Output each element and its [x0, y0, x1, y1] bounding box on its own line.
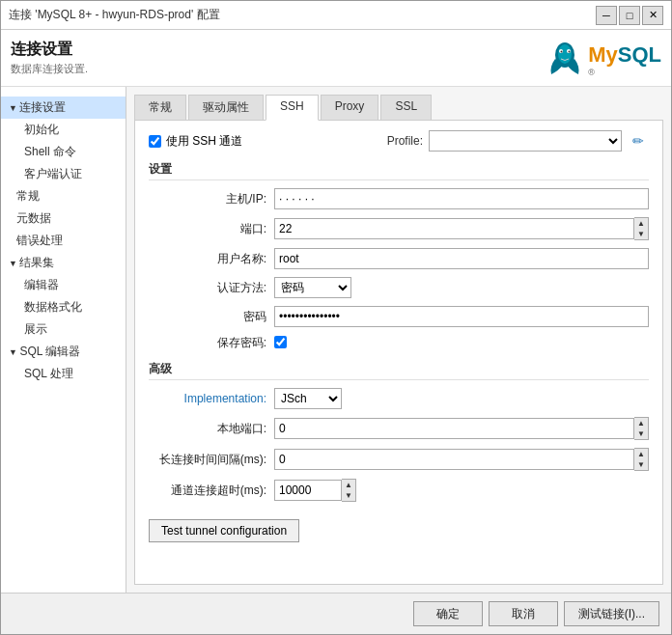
- sidebar-item-editor[interactable]: 编辑器: [1, 274, 126, 296]
- implementation-select[interactable]: JSch Native: [274, 388, 342, 409]
- save-password-row: 保存密码:: [149, 335, 649, 351]
- keepalive-control: ▲ ▼: [274, 448, 649, 471]
- sidebar-item-metadata[interactable]: 元数据: [1, 207, 126, 230]
- timeout-up-button[interactable]: ▲: [342, 480, 355, 490]
- settings-section-title: 设置: [149, 161, 649, 180]
- timeout-label: 通道连接超时(ms):: [149, 483, 274, 499]
- local-port-up-button[interactable]: ▲: [634, 418, 648, 428]
- mysql-brand-text: MySQL: [588, 42, 661, 68]
- local-port-spinner-buttons: ▲ ▼: [634, 417, 649, 440]
- timeout-input[interactable]: [274, 480, 342, 501]
- ssh-header-row: 使用 SSH 通道 Profile: ✏: [149, 130, 649, 152]
- password-input[interactable]: [274, 306, 649, 327]
- title-bar-text: 连接 'MySQL 8+ - hwyun-RDS-prod' 配置: [9, 7, 220, 23]
- local-port-row: 本地端口: ▲ ▼: [149, 417, 649, 440]
- advanced-section-title: 高级: [149, 361, 649, 380]
- ssh-tunnel-checkbox-group: 使用 SSH 通道: [149, 133, 242, 150]
- tab-driver-props[interactable]: 驱动属性: [188, 95, 264, 120]
- sidebar-item-sql-processing[interactable]: SQL 处理: [1, 363, 126, 385]
- sidebar-item-data-format[interactable]: 数据格式化: [1, 296, 126, 318]
- title-bar: 连接 'MySQL 8+ - hwyun-RDS-prod' 配置 ─ □ ✕: [1, 1, 671, 30]
- mysql-text-group: MySQL ®: [588, 42, 661, 77]
- test-button-area: Test tunnel configuration: [149, 511, 649, 542]
- main-body: 连接设置 初始化 Shell 命令 客户端认证 常规 元数据 错误处理 结果集 …: [1, 87, 671, 593]
- local-port-label: 本地端口:: [149, 421, 274, 437]
- username-control: [274, 248, 649, 269]
- maximize-button[interactable]: □: [619, 6, 640, 25]
- password-label: 密码: [149, 309, 274, 325]
- keepalive-up-button[interactable]: ▲: [634, 449, 648, 459]
- sidebar-item-init[interactable]: 初始化: [1, 119, 126, 141]
- timeout-down-button[interactable]: ▼: [342, 490, 355, 501]
- mysql-tagline: ®: [588, 68, 596, 77]
- sidebar-item-client-auth[interactable]: 客户端认证: [1, 163, 126, 185]
- timeout-spinner-buttons: ▲ ▼: [342, 479, 356, 502]
- sidebar-item-connection-settings[interactable]: 连接设置: [1, 97, 126, 119]
- profile-edit-button[interactable]: ✏: [628, 130, 649, 152]
- footer: 确定 取消 测试链接(I)...: [1, 593, 671, 634]
- port-down-button[interactable]: ▼: [634, 229, 648, 239]
- mysql-logo: MySQL ®: [542, 40, 661, 80]
- header-area: 连接设置 数据库连接设置. MySQL ®: [1, 30, 671, 87]
- profile-row: Profile: ✏: [387, 130, 649, 152]
- username-row: 用户名称:: [149, 248, 649, 269]
- tab-general[interactable]: 常规: [134, 95, 186, 120]
- port-spinner: ▲ ▼: [274, 217, 649, 240]
- sidebar: 连接设置 初始化 Shell 命令 客户端认证 常规 元数据 错误处理 结果集 …: [1, 87, 126, 593]
- tab-proxy[interactable]: Proxy: [321, 95, 379, 120]
- port-input[interactable]: [274, 218, 634, 239]
- auth-method-select[interactable]: 密码 公钥 密钥代理: [274, 277, 351, 298]
- page-subtitle: 数据库连接设置.: [11, 62, 88, 76]
- profile-label: Profile:: [387, 134, 423, 148]
- keepalive-input[interactable]: [274, 449, 634, 470]
- keepalive-spinner-buttons: ▲ ▼: [634, 448, 649, 471]
- auth-method-row: 认证方法: 密码 公钥 密钥代理: [149, 277, 649, 298]
- minimize-button[interactable]: ─: [596, 6, 617, 25]
- test-connection-button[interactable]: 测试链接(I)...: [564, 601, 659, 626]
- port-up-button[interactable]: ▲: [634, 218, 648, 229]
- username-input[interactable]: [274, 248, 649, 269]
- sidebar-item-display[interactable]: 展示: [1, 318, 126, 341]
- save-password-control: [274, 336, 649, 351]
- ssh-form-area: 使用 SSH 通道 Profile: ✏ 设置 主机/IP:: [134, 121, 663, 585]
- port-row: 端口: ▲ ▼: [149, 217, 649, 240]
- sidebar-item-general[interactable]: 常规: [1, 185, 126, 207]
- save-password-checkbox[interactable]: [274, 336, 287, 348]
- port-spinner-buttons: ▲ ▼: [634, 217, 649, 240]
- use-ssh-checkbox[interactable]: [149, 135, 161, 148]
- local-port-input[interactable]: [274, 418, 634, 439]
- local-port-down-button[interactable]: ▼: [634, 428, 648, 439]
- tab-bar: 常规 驱动属性 SSH Proxy SSL: [134, 95, 663, 121]
- host-control: [274, 188, 649, 209]
- use-ssh-label: 使用 SSH 通道: [166, 133, 242, 150]
- implementation-control: JSch Native: [274, 388, 649, 409]
- keepalive-spinner: ▲ ▼: [274, 448, 649, 471]
- svg-point-5: [569, 51, 571, 53]
- auth-method-control: 密码 公钥 密钥代理: [274, 277, 649, 298]
- right-panel: 常规 驱动属性 SSH Proxy SSL 使用 SSH 通道 Profile:: [126, 87, 671, 593]
- host-input[interactable]: [274, 188, 649, 209]
- tab-ssh[interactable]: SSH: [266, 95, 319, 121]
- sidebar-item-shell-cmd[interactable]: Shell 命令: [1, 141, 126, 163]
- cancel-button[interactable]: 取消: [489, 601, 558, 626]
- port-control: ▲ ▼: [274, 217, 649, 240]
- password-control: [274, 306, 649, 327]
- keepalive-down-button[interactable]: ▼: [634, 459, 648, 470]
- ok-button[interactable]: 确定: [413, 601, 483, 626]
- mysql-dolphin-icon: [542, 40, 588, 80]
- sidebar-item-sql-editor[interactable]: SQL 编辑器: [1, 341, 126, 363]
- timeout-spinner: ▲ ▼: [274, 479, 649, 502]
- title-bar-buttons: ─ □ ✕: [596, 6, 663, 25]
- host-label: 主机/IP:: [149, 191, 274, 207]
- sidebar-item-error-handling[interactable]: 错误处理: [1, 230, 126, 252]
- implementation-label: Implementation:: [149, 392, 274, 405]
- tab-ssl[interactable]: SSL: [380, 95, 432, 120]
- keepalive-row: 长连接时间间隔(ms): ▲ ▼: [149, 448, 649, 471]
- test-tunnel-button[interactable]: Test tunnel configuration: [149, 519, 299, 542]
- close-button[interactable]: ✕: [642, 6, 663, 25]
- profile-select[interactable]: [429, 130, 622, 152]
- sidebar-item-result-set[interactable]: 结果集: [1, 252, 126, 274]
- impl-row: JSch Native: [274, 388, 649, 409]
- local-port-control: ▲ ▼: [274, 417, 649, 440]
- main-window: 连接 'MySQL 8+ - hwyun-RDS-prod' 配置 ─ □ ✕ …: [0, 0, 672, 635]
